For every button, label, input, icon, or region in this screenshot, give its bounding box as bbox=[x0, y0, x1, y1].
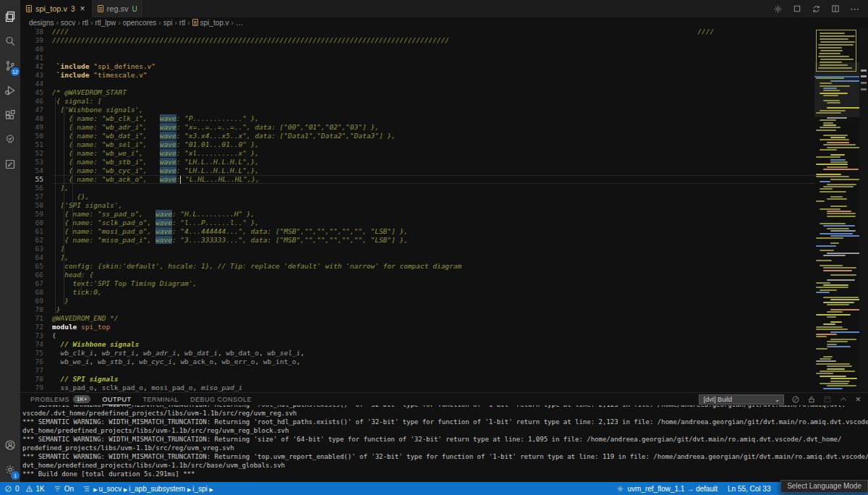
gear-icon[interactable] bbox=[773, 4, 783, 14]
breadcrumb-file[interactable]: spi_top.v bbox=[200, 19, 229, 27]
code-line-47[interactable]: ['Wishbone signals', bbox=[52, 106, 814, 114]
code-line-79[interactable]: ss_pad_o, sclk_pad_o, mosi_pad_o, miso_p… bbox=[52, 384, 814, 392]
close-icon[interactable]: × bbox=[80, 4, 85, 13]
code-line-66[interactable]: head: { bbox=[52, 271, 814, 279]
code-line-65[interactable]: config: {skin:'default', hscale: 1}, // … bbox=[52, 262, 814, 271]
search-icon[interactable] bbox=[0, 29, 20, 54]
filter-icon bbox=[54, 485, 61, 493]
code-line-62[interactable]: { name: "miso_pad_i", wave: "3...333333.… bbox=[52, 236, 814, 245]
code-line-52[interactable]: { name: "wb_we_i", wave: "xl..........x"… bbox=[52, 149, 814, 158]
filter-status[interactable]: On bbox=[54, 485, 74, 493]
line-number-gutter[interactable]: 3839404142434445464748495051525354555657… bbox=[20, 28, 51, 392]
code-line-45[interactable]: /* @WAVEDROM_START bbox=[52, 88, 814, 97]
code-line-58[interactable]: ['SPI signals', bbox=[52, 201, 814, 210]
breadcrumb[interactable]: designs›socv›rtl›rtl_lpw›opencores›spi›r… bbox=[20, 17, 868, 28]
code-line-40[interactable] bbox=[52, 45, 814, 54]
overview-ruler[interactable] bbox=[859, 28, 868, 392]
code-line-70[interactable]: } bbox=[52, 305, 814, 314]
code-line-72[interactable]: module spi_top bbox=[52, 323, 814, 331]
code-line-38[interactable]: //// //// bbox=[52, 28, 814, 36]
editor-tab-spi_top.v[interactable]: spi_top.v3× bbox=[20, 0, 92, 17]
split-editor-icon[interactable] bbox=[831, 4, 840, 13]
code-line-78[interactable]: // SPI signals bbox=[52, 375, 814, 384]
code-line-48[interactable]: { name: "wb_clk_i", wave: "P............… bbox=[52, 114, 814, 123]
breadcrumb-item[interactable]: designs bbox=[29, 19, 54, 27]
code-line-56[interactable]: ], bbox=[52, 184, 814, 192]
code-line-68[interactable]: tick:0, bbox=[52, 288, 814, 297]
output-channel-label: [dvt] Build bbox=[703, 396, 732, 403]
breadcrumb-item[interactable]: socv bbox=[61, 19, 76, 27]
code-line-49[interactable]: { name: "wb_adr_i", wave: "x=..=..=..=..… bbox=[52, 123, 814, 132]
code-line-43[interactable]: `include "timescale.v" bbox=[52, 71, 814, 80]
breadcrumb-item[interactable]: rtl bbox=[82, 19, 88, 27]
dvt-verify-icon[interactable] bbox=[0, 127, 20, 152]
tab-problems[interactable]: PROBLEMS 1K+ bbox=[30, 393, 90, 405]
code-line-69[interactable]: } bbox=[52, 297, 814, 305]
open-in-editor-icon[interactable] bbox=[823, 395, 832, 404]
code-line-73[interactable]: ( bbox=[52, 331, 814, 340]
code-line-57[interactable]: {}, bbox=[52, 192, 814, 201]
code-line-51[interactable]: { name: "wb_sel_i", wave: "01.01...01..0… bbox=[52, 140, 814, 149]
code-line-54[interactable]: { name: "wb_cyc_i", wave: "LH.L..H.L.H.L… bbox=[52, 166, 814, 175]
breadcrumb-item[interactable]: spi bbox=[163, 19, 173, 27]
extensions-icon[interactable] bbox=[0, 103, 20, 127]
output-channel-select[interactable]: [dvt] Build ⌄ bbox=[699, 394, 784, 405]
editor-tab-reg.sv[interactable]: reg.svU bbox=[92, 0, 144, 17]
more-actions-icon[interactable]: ⋯ bbox=[850, 4, 859, 14]
flow-config[interactable]: uvm_ref_flow_1.1 → default bbox=[616, 485, 718, 493]
tab-output[interactable]: OUTPUT bbox=[102, 393, 131, 405]
tab-count-badge: 3 bbox=[71, 5, 75, 13]
code-line-46[interactable]: { signal: [ bbox=[52, 97, 814, 106]
activity-bar: 12 1 bbox=[0, 0, 20, 482]
tab-debug-console[interactable]: DEBUG CONSOLE bbox=[190, 393, 252, 405]
run-debug-icon[interactable] bbox=[0, 78, 20, 103]
code-line-75[interactable]: wb_clk_i, wb_rst_i, wb_adr_i, wb_dat_i, … bbox=[52, 349, 814, 358]
lock-icon[interactable] bbox=[807, 395, 816, 404]
editor-actions: ⋯ bbox=[773, 0, 868, 17]
code-line-61[interactable]: { name: "mosi_pad_o", wave: "4...444444.… bbox=[52, 227, 814, 236]
code-line-71[interactable]: @WAVEDROM_END */ bbox=[52, 314, 814, 323]
close-panel-icon[interactable]: × bbox=[855, 394, 861, 405]
maximize-panel-icon[interactable] bbox=[839, 395, 848, 404]
flow-label: uvm_ref_flow_1.1 → default bbox=[627, 485, 718, 493]
square-icon[interactable] bbox=[793, 4, 801, 13]
clear-output-icon[interactable] bbox=[791, 395, 800, 404]
code-line-41[interactable] bbox=[52, 54, 814, 62]
code-line-76[interactable]: wb_we_i, wb_stb_i, wb_cyc_i, wb_ack_o, w… bbox=[52, 358, 814, 366]
code-line-50[interactable]: { name: "wb_dat_i", wave: "x3.x4...x5..x… bbox=[52, 132, 814, 140]
design-hierarchy[interactable]: ▶ u_socv ▶ i_apb_subsystem ▶ i_spi ▶ bbox=[82, 485, 213, 493]
code-area[interactable]: //// ///////////////////////////////////… bbox=[51, 28, 814, 392]
scm-badge: 12 bbox=[11, 67, 20, 76]
gear-badge: 1 bbox=[11, 471, 20, 480]
code-line-53[interactable]: { name: "wb_stb_i", wave: "LH.L..H.L.H.L… bbox=[52, 158, 814, 166]
account-icon[interactable] bbox=[0, 433, 20, 457]
code-line-44[interactable] bbox=[52, 80, 814, 88]
code-line-60[interactable]: { name: "sclk_pad_o", wave: "l...P......… bbox=[52, 219, 814, 227]
tab-output-label: OUTPUT bbox=[102, 396, 131, 403]
problems-status[interactable]: 0 1K bbox=[4, 485, 45, 493]
code-line-67[interactable]: text:'SPI Top Timing Diagram', bbox=[52, 279, 814, 288]
code-line-74[interactable]: // Wishbone signals bbox=[52, 340, 814, 349]
breadcrumb-item[interactable]: rtl bbox=[179, 19, 185, 27]
warning-icon bbox=[25, 485, 33, 493]
code-line-55[interactable]: { name: "wb_ack_o", wave: "L.HL...HL..HL… bbox=[52, 175, 814, 184]
tab-terminal[interactable]: TERMINAL bbox=[142, 393, 179, 405]
dvt-edit-icon[interactable] bbox=[0, 152, 20, 177]
settings-gear-icon[interactable]: 1 bbox=[0, 457, 20, 482]
code-line-59[interactable]: { name: "ss_pad_o", wave: "H.L.........H… bbox=[52, 210, 814, 219]
code-line-63[interactable]: ] bbox=[52, 245, 814, 253]
code-line-77[interactable] bbox=[52, 366, 814, 375]
file-icon bbox=[192, 19, 198, 26]
breadcrumb-item[interactable]: rtl_lpw bbox=[95, 19, 116, 27]
output-log[interactable]: *** SEMANTIC WARNING: WIDTH_MISMATCH_TRU… bbox=[20, 405, 868, 482]
source-control-icon[interactable]: 12 bbox=[0, 54, 20, 78]
cursor-position[interactable]: Ln 55, Col 33 bbox=[728, 485, 771, 493]
explorer-icon[interactable] bbox=[0, 4, 20, 29]
sync-edit-icon[interactable] bbox=[812, 4, 821, 14]
code-line-64[interactable]: ], bbox=[52, 253, 814, 262]
code-line-42[interactable]: `include "spi_defines.v" bbox=[52, 62, 814, 71]
code-line-39[interactable]: ////////////////////////////////////////… bbox=[52, 36, 814, 45]
tab-label: reg.sv bbox=[107, 4, 129, 13]
minimap[interactable] bbox=[814, 28, 859, 392]
breadcrumb-item[interactable]: opencores bbox=[123, 19, 157, 27]
